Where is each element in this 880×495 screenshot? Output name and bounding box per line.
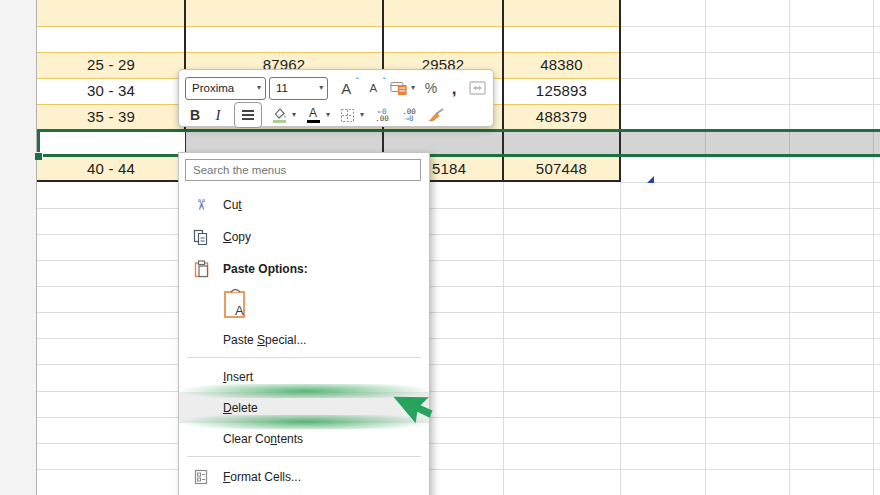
bold-button[interactable]: B	[185, 104, 205, 126]
gridline	[37, 338, 880, 339]
align-lines-icon	[242, 110, 254, 112]
italic-icon: I	[216, 107, 221, 124]
chevron-down-icon: ▾	[257, 84, 261, 92]
format-cells-icon	[179, 469, 223, 485]
gridline	[705, 0, 706, 495]
copy-icon	[179, 229, 223, 246]
shrink-font-button[interactable]: A ˇ	[363, 77, 383, 99]
chevron-down-icon: ▾	[411, 84, 415, 92]
menu-separator	[187, 456, 421, 457]
excel-worksheet: 25 - 29 87962 29582 48380 30 - 34 125893…	[0, 0, 880, 495]
gridline	[620, 26, 880, 27]
menu-item-cut[interactable]: ✂ Cut	[179, 189, 429, 221]
selection-border-bottom	[37, 154, 880, 157]
mini-format-toolbar: Proxima ▾ 11 ▾ A ˆ A ˇ	[178, 69, 494, 127]
decrease-decimal-button[interactable]: .00 →0	[399, 104, 419, 126]
gridline	[620, 104, 880, 105]
search-input[interactable]	[185, 159, 421, 181]
row-header-column	[0, 0, 37, 495]
increase-decimal-button[interactable]: ←0 .00	[372, 104, 392, 126]
down-caret-icon: ˇ	[383, 76, 386, 85]
gridline	[37, 234, 880, 235]
up-caret-icon: ˆ	[356, 76, 359, 85]
menu-item-format-cells[interactable]: Format Cells...	[179, 461, 429, 493]
chevron-down-icon[interactable]: ▾	[292, 111, 296, 119]
cell-a10[interactable]: 25 - 29	[37, 52, 185, 78]
center-align-button[interactable]	[234, 102, 262, 128]
menu-item-copy[interactable]: Copy	[179, 221, 429, 253]
borders-button[interactable]	[337, 104, 357, 126]
gridline	[873, 0, 874, 495]
shrink-font-icon: A	[370, 82, 378, 94]
paste-keep-formatting-row: A	[179, 285, 429, 325]
fill-color-swatch	[273, 120, 286, 123]
cell-d11[interactable]: 125893	[503, 78, 620, 104]
gridline	[37, 286, 880, 287]
merge-center-button[interactable]	[467, 77, 487, 99]
table-row-8-band	[37, 0, 620, 26]
grow-font-button[interactable]: A ˆ	[336, 77, 356, 99]
paste-a-icon: A	[223, 287, 248, 319]
grow-font-icon: A	[341, 80, 351, 97]
cell-a12[interactable]: 35 - 39	[37, 104, 185, 130]
cell-d10[interactable]: 48380	[503, 52, 620, 78]
format-as-table-button[interactable]: ▾	[390, 77, 415, 99]
cell-d14[interactable]: 507448	[503, 156, 620, 182]
merge-center-icon	[469, 81, 486, 95]
gridline	[37, 364, 880, 365]
gridline	[37, 208, 880, 209]
fill-handle[interactable]	[35, 152, 43, 160]
paste-keep-source-formatting-button[interactable]: A	[223, 287, 248, 323]
gridline	[37, 391, 880, 392]
format-painter-brush-icon	[428, 108, 445, 123]
bold-icon: B	[190, 107, 200, 123]
font-name-combo[interactable]: Proxima ▾	[185, 77, 266, 100]
band-separator	[37, 26, 620, 27]
chevron-down-icon[interactable]: ▾	[326, 111, 330, 119]
active-cell-a13[interactable]	[38, 130, 185, 156]
comma-icon: ,	[452, 84, 457, 94]
font-color-a-icon: A	[309, 108, 317, 119]
borders-icon	[340, 108, 355, 123]
context-menu: ✂ Cut Copy Paste Op	[178, 152, 430, 495]
gridline	[37, 260, 880, 261]
gridline	[620, 182, 880, 183]
font-color-button[interactable]: A	[303, 104, 323, 126]
format-table-icon	[390, 81, 409, 96]
font-size-value: 11	[276, 82, 288, 94]
italic-button[interactable]: I	[208, 104, 228, 126]
menu-item-insert[interactable]: Insert	[179, 362, 429, 392]
gridline	[37, 312, 880, 313]
scissors-icon: ✂	[179, 196, 223, 214]
menu-separator	[187, 357, 421, 358]
fill-color-button[interactable]	[269, 104, 289, 126]
gridline	[37, 417, 880, 418]
cell-a14[interactable]: 40 - 44	[37, 156, 185, 182]
chevron-down-icon: ▾	[319, 84, 323, 92]
gridline	[37, 443, 880, 444]
cell-c14[interactable]: 5184	[430, 156, 505, 182]
table-resize-handle[interactable]	[647, 176, 654, 183]
cell-d12[interactable]: 488379	[503, 104, 620, 130]
percent-style-button[interactable]: %	[421, 77, 441, 99]
gridline	[620, 52, 880, 53]
clipboard-icon	[179, 260, 223, 278]
menu-item-clear-contents[interactable]: Clear Contents	[179, 423, 429, 454]
selection-border-top	[37, 129, 880, 132]
gridline	[620, 78, 880, 79]
svg-text:A: A	[235, 303, 244, 318]
font-size-combo[interactable]: 11 ▾	[269, 77, 328, 100]
chevron-down-icon[interactable]: ▾	[360, 111, 364, 119]
percent-icon: %	[425, 80, 437, 96]
gridline	[789, 0, 790, 495]
paint-bucket-icon	[272, 107, 287, 119]
menu-item-delete[interactable]: Delete	[179, 392, 429, 423]
gridline	[37, 469, 880, 470]
font-color-swatch	[307, 120, 320, 123]
menu-item-paste-options: Paste Options:	[179, 253, 429, 285]
font-name-value: Proxima	[192, 82, 234, 94]
format-painter-button[interactable]	[426, 104, 446, 126]
menu-item-paste-special[interactable]: Paste Special...	[179, 325, 429, 355]
comma-style-button[interactable]: ,	[444, 76, 464, 100]
cell-a11[interactable]: 30 - 34	[37, 78, 185, 104]
